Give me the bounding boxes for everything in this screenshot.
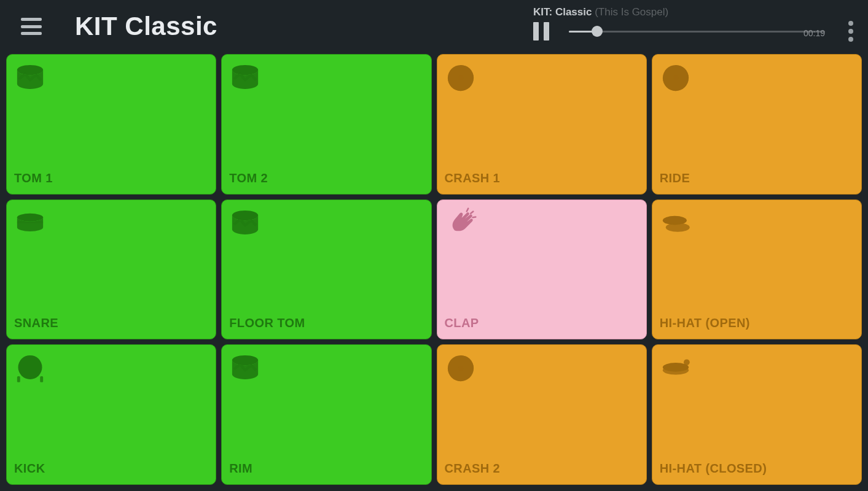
progress-slider[interactable] <box>569 22 825 41</box>
pad-label: TOM 1 <box>14 171 53 185</box>
pad-label: HI-HAT (OPEN) <box>660 316 750 330</box>
cymbal-icon <box>445 352 477 384</box>
pause-button[interactable] <box>533 22 549 41</box>
pad-label: KICK <box>14 462 45 476</box>
pad-label: RIM <box>229 462 252 476</box>
cymbal-icon <box>660 62 692 94</box>
app-root: KIT Classic KIT: Classic (This Is Gospel… <box>0 0 868 491</box>
pad-rim[interactable]: RIM <box>221 344 431 485</box>
kit-title: KIT Classic <box>75 12 217 41</box>
pad-kick[interactable]: KICK <box>6 344 216 485</box>
pad-tom-1[interactable]: TOM 1 <box>6 54 216 195</box>
time-elapsed: 00:19 <box>803 28 825 38</box>
tom-icon <box>14 62 46 94</box>
pad-hi-hat-open[interactable]: HI-HAT (OPEN) <box>652 199 862 340</box>
pad-label: SNARE <box>14 316 58 330</box>
clap-icon <box>445 207 477 239</box>
pad-label: RIDE <box>660 171 690 185</box>
progress-thumb[interactable] <box>592 26 603 37</box>
kick-icon <box>14 352 46 384</box>
tom-icon <box>229 207 261 239</box>
kit-prefix: KIT: <box>533 6 552 18</box>
pad-label: TOM 2 <box>229 171 268 185</box>
tom-icon <box>229 62 261 94</box>
pad-snare[interactable]: SNARE <box>6 199 216 340</box>
pad-label: HI-HAT (CLOSED) <box>660 462 767 476</box>
cymbal-icon <box>445 62 477 94</box>
kit-name: Classic <box>555 6 592 18</box>
header-bar: KIT Classic KIT: Classic (This Is Gospel… <box>0 0 868 53</box>
tom-icon <box>229 352 261 384</box>
pad-label: CRASH 1 <box>445 171 501 185</box>
player-area: KIT: Classic (This Is Gospel) 00:19 <box>533 6 825 41</box>
song-name: (This Is Gospel) <box>595 6 668 18</box>
pad-label: FLOOR TOM <box>229 316 305 330</box>
pad-ride[interactable]: RIDE <box>652 54 862 195</box>
hihat-closed-icon <box>660 352 692 384</box>
hihat-open-icon <box>660 207 692 239</box>
pad-floor-tom[interactable]: FLOOR TOM <box>221 199 431 340</box>
snare-icon <box>14 207 46 239</box>
track-info: KIT: Classic (This Is Gospel) <box>533 6 825 18</box>
pad-label: CRASH 2 <box>445 462 501 476</box>
pad-clap[interactable]: CLAP <box>437 199 647 340</box>
pad-crash-1[interactable]: CRASH 1 <box>437 54 647 195</box>
pad-label: CLAP <box>445 316 479 330</box>
pad-grid: TOM 1TOM 2CRASH 1RIDESNAREFLOOR TOMCLAPH… <box>0 53 868 491</box>
menu-icon[interactable] <box>21 18 42 35</box>
more-icon[interactable] <box>848 21 853 42</box>
pad-tom-2[interactable]: TOM 2 <box>221 54 431 195</box>
player-controls <box>533 22 825 41</box>
pad-crash-2[interactable]: CRASH 2 <box>437 344 647 485</box>
pad-hi-hat-closed[interactable]: HI-HAT (CLOSED) <box>652 344 862 485</box>
